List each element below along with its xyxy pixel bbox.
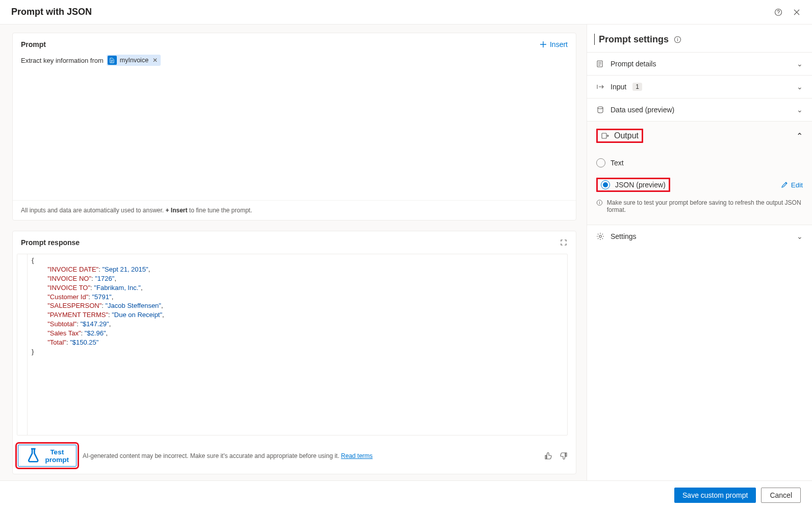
input-icon	[596, 83, 604, 91]
gear-icon	[596, 232, 604, 240]
info-icon	[596, 199, 603, 206]
prompt-editor[interactable]: Extract key information from myInvoice ✕	[21, 55, 568, 66]
section-output[interactable]: Output ⌃	[587, 122, 812, 150]
svg-point-1	[778, 14, 779, 14]
output-icon	[601, 132, 609, 140]
chip-doc-icon	[108, 56, 117, 65]
chip-remove-icon[interactable]: ✕	[151, 57, 158, 64]
chevron-down-icon: ⌄	[797, 83, 803, 91]
svg-point-7	[599, 235, 601, 237]
thumbs-down-icon[interactable]	[560, 452, 568, 460]
close-icon[interactable]	[793, 8, 801, 16]
output-radio-text[interactable]: Text	[587, 153, 812, 173]
info-icon[interactable]	[674, 36, 681, 43]
details-icon	[596, 60, 604, 68]
dialog-title: Prompt with JSON	[11, 7, 92, 17]
help-icon[interactable]	[774, 8, 782, 16]
chevron-down-icon: ⌄	[797, 60, 803, 68]
output-radio-json[interactable]: JSON (preview)	[596, 178, 670, 192]
ai-disclaimer: AI-generated content may be incorrect. M…	[83, 452, 538, 459]
section-input[interactable]: Input 1 ⌄	[587, 76, 812, 98]
json-output: { "INVOICE DATE": "Sept 21, 2015", "INVO…	[17, 254, 568, 435]
svg-rect-5	[602, 133, 606, 138]
prompt-section-label: Prompt	[21, 40, 46, 49]
output-note: Make sure to test your prompt before sav…	[587, 197, 812, 215]
test-prompt-button[interactable]: Test prompt	[18, 445, 77, 467]
data-icon	[596, 106, 604, 114]
input-chip-myinvoice[interactable]: myInvoice ✕	[107, 55, 161, 66]
dialog-footer: Save custom prompt Cancel	[0, 480, 812, 509]
top-bar: Prompt with JSON	[0, 0, 812, 25]
input-count-badge: 1	[632, 83, 642, 91]
prompt-card: Prompt Insert Extract key information fr…	[12, 33, 576, 221]
section-data-used[interactable]: Data used (preview) ⌄	[587, 99, 812, 121]
settings-panel: Prompt settings Prompt details ⌄ Input	[587, 25, 812, 480]
chevron-down-icon: ⌄	[797, 106, 803, 114]
save-button[interactable]: Save custom prompt	[674, 488, 756, 503]
insert-button[interactable]: Insert	[540, 40, 568, 49]
section-settings[interactable]: Settings ⌄	[587, 225, 812, 248]
svg-point-4	[598, 107, 603, 109]
cancel-button[interactable]: Cancel	[761, 488, 801, 503]
pencil-icon	[781, 181, 788, 188]
response-section-label: Prompt response	[21, 238, 80, 247]
edit-output-button[interactable]: Edit	[781, 181, 803, 189]
chevron-down-icon: ⌄	[797, 232, 803, 240]
expand-icon[interactable]	[560, 238, 568, 247]
chevron-up-icon: ⌃	[796, 131, 803, 141]
settings-title: Prompt settings	[587, 25, 812, 52]
section-prompt-details[interactable]: Prompt details ⌄	[587, 53, 812, 75]
prompt-hint: All inputs and data are automatically us…	[13, 200, 576, 220]
thumbs-up-icon[interactable]	[544, 452, 552, 460]
response-card: Prompt response { "INVOICE DATE": "Sept …	[12, 231, 576, 474]
read-terms-link[interactable]: Read terms	[341, 452, 373, 459]
